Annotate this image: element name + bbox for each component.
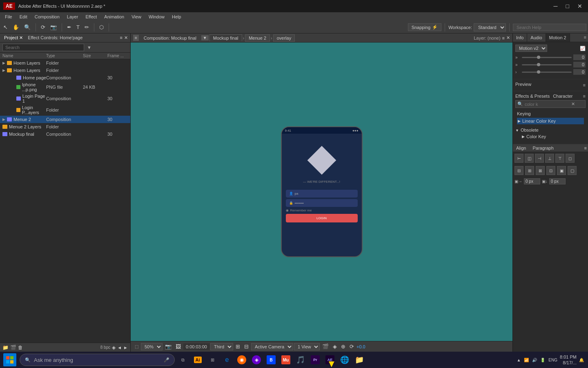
taskbar-app-5[interactable]: 🎵 [294,353,307,366]
effects-clear-icon[interactable]: ✕ [571,101,575,107]
motion-val-2[interactable]: 0 [573,62,586,67]
taskbar-search-box[interactable]: 🔍 Ask me anything 🎤 [20,354,175,366]
align-right-icon[interactable]: ⊣ [535,154,544,163]
comp-snapshot[interactable]: 📷 [163,343,173,350]
hand-tool[interactable]: ✋ [11,23,21,31]
distrib-center-v-icon[interactable]: ▣ [557,166,566,175]
view-count-select[interactable]: 1 View [294,343,320,350]
menu-edit[interactable]: Edit [16,13,31,20]
new-folder-icon[interactable]: 📁 [2,345,9,350]
tray-volume[interactable]: 🔊 [531,357,538,363]
distrib-bottom-icon[interactable]: ▢ [568,166,577,175]
taskbar-app-2[interactable]: ◉ [235,353,248,366]
new-comp-icon[interactable]: 🎬 [10,345,16,350]
project-tab[interactable]: Project ✕ [2,35,24,40]
search-type-icon[interactable]: ▼ [87,45,91,50]
project-item-login-page1[interactable]: Login Page 1 Composition 30 [0,93,130,104]
menu-layer[interactable]: Layer [64,13,82,20]
workspace-select[interactable]: Standard [474,23,506,31]
snapping-toggle[interactable]: Snapping ⚡ [408,23,442,31]
rotate-tool[interactable]: ⟳ [39,23,47,31]
tab-motion2[interactable]: Motion 2 [546,34,570,42]
comp-grid-icon[interactable]: ⊞ [234,343,242,350]
menu-effect[interactable]: Effect [82,13,100,20]
align-left-icon[interactable]: ⊢ [514,154,523,163]
tab-info[interactable]: Info [513,34,527,42]
motion-slider-2[interactable] [522,64,572,65]
menu-help[interactable]: Help [169,13,185,20]
camera-tool[interactable]: 📷 [49,23,58,31]
preview-menu[interactable]: ≡ [583,83,586,88]
align-bottom-icon[interactable]: ◻ [566,154,575,163]
obsolete-item-color-key[interactable]: ▶ Color Key [515,133,586,140]
effects-search-input[interactable] [525,102,570,107]
menu-window[interactable]: Window [145,13,168,20]
motion-v2-select[interactable]: Motion v2 [515,45,547,52]
distrib-top-icon[interactable]: ⊡ [546,166,555,175]
align-offset-y[interactable] [549,178,566,184]
camera-select[interactable]: Active Camera [251,343,293,350]
align-center-h-icon[interactable]: ◫ [525,154,534,163]
taskbar-edge[interactable]: e [220,353,234,366]
comp-tab-menue2[interactable]: Menue 2 [245,34,270,42]
project-item-homepage[interactable]: Home page Composition 30 [0,74,130,81]
zoom-tool[interactable]: 🔍 [22,23,32,31]
selection-tool[interactable]: ↖ [2,23,9,31]
panel-menu-icon[interactable]: ≡ [120,35,122,40]
pixel-icon[interactable]: ⊕ [339,343,347,350]
comp-tool-1[interactable]: ⬚ [133,343,140,350]
effect-controls-tab[interactable]: Effect Controls: Home'page [26,35,84,40]
project-item-menue2-layers[interactable]: Menue 2 Layers Folder [0,123,130,130]
comp-guides-icon[interactable]: ⊟ [243,343,250,350]
distrib-right-icon[interactable]: ⊠ [536,166,545,175]
comp-tab-overlay[interactable]: overlay [273,34,295,42]
project-item-hoem-layers-1[interactable]: ▶ Hoem Layers Folder [0,59,130,67]
menu-view[interactable]: View [128,13,145,20]
minimize-btn[interactable]: ─ [551,3,560,9]
comp-dropdown-btn[interactable]: ▼ [201,35,209,40]
motion-slider-1[interactable] [522,57,572,58]
motion-slider-3[interactable] [522,72,572,73]
align-menu[interactable]: ≡ [583,144,588,152]
render-icon[interactable]: 🎬 [321,343,330,350]
tab-audio[interactable]: Audio [527,34,546,42]
zoom-select[interactable]: 50% [141,343,163,350]
transparency-icon[interactable]: ◈ [331,343,339,350]
text-tool[interactable]: T [75,23,81,31]
close-btn[interactable]: ✕ [575,3,585,9]
tray-notification[interactable]: 🔔 [578,357,585,363]
taskbar-aftereffects[interactable]: AE [323,353,336,366]
taskbar-explorer[interactable]: 📁 [353,353,366,366]
distrib-left-icon[interactable]: ⊟ [514,166,523,175]
comp-show-snapshot[interactable]: 🖼 [174,343,183,350]
align-offset-x[interactable] [524,178,540,184]
taskbar-app-4[interactable]: B [265,353,278,366]
brush-tool[interactable]: ✏ [83,23,91,31]
tray-language[interactable]: ENG [548,357,558,363]
view-select[interactable]: Third [210,343,233,350]
comp-tab-mockup[interactable]: Mockup final [209,34,242,41]
keying-item-linear-color[interactable]: ▶ Linear Color Key [517,118,584,124]
menu-composition[interactable]: Composition [31,13,63,20]
motion-val-3[interactable]: 0 [573,69,586,75]
right-panel-menu[interactable]: ≡ [582,34,588,42]
taskbar-premiere[interactable]: Pr [309,353,322,366]
pen-tool[interactable]: ✒ [65,23,73,31]
taskbar-app-3[interactable]: ◈ [250,353,263,366]
obsolete-expand[interactable]: ▼ [515,128,519,132]
taskbar-muse[interactable]: Mu [279,353,292,366]
taskbar-browser[interactable]: 🌐 [338,353,351,366]
refresh-icon[interactable]: ⟳ [348,343,356,350]
taskbar-voice-icon[interactable]: 🎤 [164,357,169,363]
menu-animation[interactable]: Animation [101,13,127,20]
align-top-icon[interactable]: ⊥ [545,154,554,163]
distrib-center-h-icon[interactable]: ⊞ [525,166,534,175]
taskbar-illustrator[interactable]: Ai [191,353,204,366]
panel-close-icon[interactable]: ✕ [124,35,128,40]
align-center-v-icon[interactable]: ⊤ [555,154,564,163]
effects-menu[interactable]: ≡ [583,94,586,99]
left-panel-scroll-right[interactable]: ► [123,345,128,350]
project-search-input[interactable] [2,44,84,51]
taskbar-task-view[interactable]: ⧉ [176,353,189,366]
tray-network[interactable]: 📶 [523,357,530,363]
